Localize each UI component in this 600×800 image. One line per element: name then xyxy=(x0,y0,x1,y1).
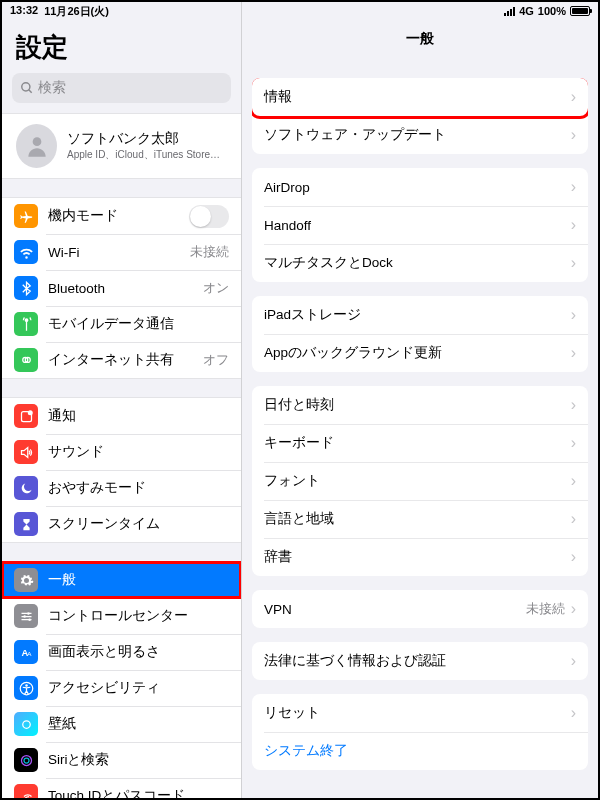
detail-row-storage[interactable]: iPadストレージ› xyxy=(252,296,588,334)
chevron-right-icon: › xyxy=(571,704,576,722)
detail-row-font[interactable]: フォント› xyxy=(252,462,588,500)
detail-row-airdrop[interactable]: AirDrop› xyxy=(252,168,588,206)
display-icon: AA xyxy=(14,640,38,664)
detail-row-bg-refresh[interactable]: Appのバックグラウンド更新› xyxy=(252,334,588,372)
detail-row-datetime[interactable]: 日付と時刻› xyxy=(252,386,588,424)
detail-row-label: 法律に基づく情報および認証 xyxy=(264,652,571,670)
detail-row-dictionary[interactable]: 辞書› xyxy=(252,538,588,576)
sidebar-item-notifications[interactable]: 通知 xyxy=(2,398,241,434)
battery-label: 100% xyxy=(538,5,566,17)
sidebar-item-label: おやすみモード xyxy=(48,479,229,497)
chevron-right-icon: › xyxy=(571,344,576,362)
detail-row-vpn[interactable]: VPN 未接続 › xyxy=(252,590,588,628)
sidebar-item-accessibility[interactable]: アクセシビリティ xyxy=(2,670,241,706)
avatar-icon xyxy=(16,124,57,168)
sidebar-item-label: アクセシビリティ xyxy=(48,679,229,697)
detail-row-label: AirDrop xyxy=(264,180,571,195)
status-date: 11月26日(火) xyxy=(44,4,109,19)
detail-row-label: 情報 xyxy=(264,88,571,106)
svg-point-0 xyxy=(22,83,30,91)
moon-icon xyxy=(14,476,38,500)
svg-point-11 xyxy=(25,684,28,687)
sidebar-item-siri[interactable]: Siriと検索 xyxy=(2,742,241,778)
detail-title: 一般 xyxy=(242,24,598,64)
touchid-icon xyxy=(14,784,38,798)
sidebar-item-display[interactable]: AA 画面表示と明るさ xyxy=(2,634,241,670)
svg-point-7 xyxy=(28,618,31,621)
account-sub: Apple ID、iCloud、iTunes Storeと... xyxy=(67,148,227,162)
sidebar-item-label: 壁紙 xyxy=(48,715,229,733)
detail-row-multitask[interactable]: マルチタスクとDock› xyxy=(252,244,588,282)
svg-point-4 xyxy=(27,410,32,415)
sidebar-item-screentime[interactable]: スクリーンタイム xyxy=(2,506,241,542)
wallpaper-icon xyxy=(14,712,38,736)
sidebar-item-touchid[interactable]: Touch IDとパスコード xyxy=(2,778,241,798)
chevron-right-icon: › xyxy=(571,306,576,324)
detail-row-shutdown[interactable]: システム終了 xyxy=(252,732,588,770)
detail-row-about[interactable]: 情報 › xyxy=(252,78,588,116)
detail-row-software-update[interactable]: ソフトウェア・アップデート › xyxy=(252,116,588,154)
chevron-right-icon: › xyxy=(571,126,576,144)
wifi-icon xyxy=(14,240,38,264)
sidebar-item-cellular[interactable]: モバイルデータ通信 xyxy=(2,306,241,342)
search-icon xyxy=(20,81,34,95)
sidebar-item-label: Siriと検索 xyxy=(48,751,229,769)
sidebar-item-airplane[interactable]: 機内モード xyxy=(2,198,241,234)
detail-row-label: システム終了 xyxy=(264,742,576,760)
sliders-icon xyxy=(14,604,38,628)
svg-point-12 xyxy=(22,720,30,728)
svg-text:A: A xyxy=(27,650,32,657)
detail-row-value: 未接続 xyxy=(526,600,565,618)
detail-pane: 一般 情報 › ソフトウェア・アップデート › AirDrop› Handoff… xyxy=(242,2,598,798)
sidebar-item-wallpaper[interactable]: 壁紙 xyxy=(2,706,241,742)
sidebar-item-label: 機内モード xyxy=(48,207,189,225)
sidebar-item-value: 未接続 xyxy=(190,243,229,261)
detail-row-label: ソフトウェア・アップデート xyxy=(264,126,571,144)
notifications-icon xyxy=(14,404,38,428)
sidebar-item-label: コントロールセンター xyxy=(48,607,229,625)
sidebar-item-dnd[interactable]: おやすみモード xyxy=(2,470,241,506)
signal-icon xyxy=(504,7,515,16)
sidebar-item-value: オフ xyxy=(203,351,229,369)
sound-icon xyxy=(14,440,38,464)
sidebar-item-label: Bluetooth xyxy=(48,281,203,296)
sidebar-item-label: モバイルデータ通信 xyxy=(48,315,229,333)
sidebar-item-label: Wi-Fi xyxy=(48,245,190,260)
detail-row-language[interactable]: 言語と地域› xyxy=(252,500,588,538)
chevron-right-icon: › xyxy=(571,396,576,414)
bluetooth-icon xyxy=(14,276,38,300)
antenna-icon xyxy=(14,312,38,336)
svg-point-6 xyxy=(23,615,26,618)
sidebar-title: 設定 xyxy=(2,24,241,73)
sidebar-item-bluetooth[interactable]: Bluetooth オン xyxy=(2,270,241,306)
sidebar-item-general[interactable]: 一般 xyxy=(2,562,241,598)
detail-row-reset[interactable]: リセット› xyxy=(252,694,588,732)
detail-row-label: リセット xyxy=(264,704,571,722)
accessibility-icon xyxy=(14,676,38,700)
detail-row-legal[interactable]: 法律に基づく情報および認証› xyxy=(252,642,588,680)
apple-id-row[interactable]: ソフトバンク太郎 Apple ID、iCloud、iTunes Storeと..… xyxy=(2,113,241,179)
sidebar-item-label: 一般 xyxy=(48,571,229,589)
detail-row-label: マルチタスクとDock xyxy=(264,254,571,272)
search-input[interactable]: 検索 xyxy=(12,73,231,103)
sidebar-item-wifi[interactable]: Wi-Fi 未接続 xyxy=(2,234,241,270)
detail-row-keyboard[interactable]: キーボード› xyxy=(252,424,588,462)
svg-point-5 xyxy=(27,612,30,615)
detail-row-label: iPadストレージ xyxy=(264,306,571,324)
detail-row-label: VPN xyxy=(264,602,526,617)
sidebar-item-hotspot[interactable]: インターネット共有 オフ xyxy=(2,342,241,378)
account-name: ソフトバンク太郎 xyxy=(67,130,227,148)
airplane-icon xyxy=(14,204,38,228)
sidebar-item-control-center[interactable]: コントロールセンター xyxy=(2,598,241,634)
detail-row-handoff[interactable]: Handoff› xyxy=(252,206,588,244)
siri-icon xyxy=(14,748,38,772)
svg-line-1 xyxy=(29,90,32,93)
hotspot-icon xyxy=(14,348,38,372)
detail-row-label: 辞書 xyxy=(264,548,571,566)
sidebar-item-label: Touch IDとパスコード xyxy=(48,787,229,798)
sidebar-item-label: インターネット共有 xyxy=(48,351,203,369)
airplane-toggle[interactable] xyxy=(189,205,229,228)
chevron-right-icon: › xyxy=(571,216,576,234)
sidebar-item-sound[interactable]: サウンド xyxy=(2,434,241,470)
sidebar-item-label: 画面表示と明るさ xyxy=(48,643,229,661)
